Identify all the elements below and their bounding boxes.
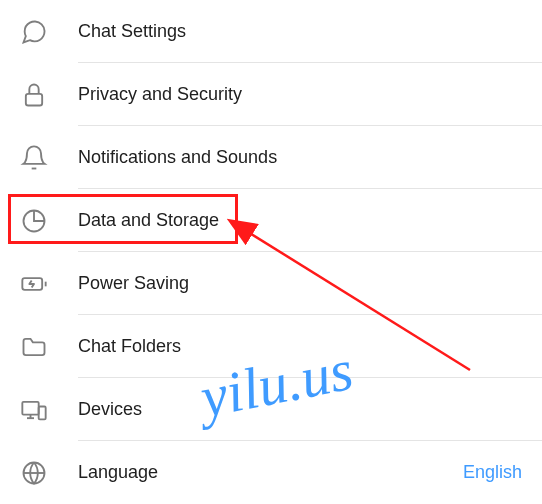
folder-icon bbox=[20, 333, 48, 361]
battery-icon bbox=[20, 270, 48, 298]
settings-item-label: Privacy and Security bbox=[78, 84, 522, 105]
settings-item-data-storage[interactable]: Data and Storage bbox=[0, 189, 542, 252]
devices-icon bbox=[20, 396, 48, 424]
settings-item-label: Chat Settings bbox=[78, 21, 522, 42]
settings-item-label: Language bbox=[78, 462, 463, 483]
settings-item-notifications[interactable]: Notifications and Sounds bbox=[0, 126, 542, 189]
settings-item-label: Chat Folders bbox=[78, 336, 522, 357]
settings-item-power-saving[interactable]: Power Saving bbox=[0, 252, 542, 315]
svg-rect-4 bbox=[22, 401, 38, 414]
globe-icon bbox=[20, 459, 48, 487]
settings-item-label: Devices bbox=[78, 399, 522, 420]
settings-item-language[interactable]: Language English bbox=[0, 441, 542, 504]
settings-item-label: Power Saving bbox=[78, 273, 522, 294]
chart-pie-icon bbox=[20, 207, 48, 235]
settings-item-chat-folders[interactable]: Chat Folders bbox=[0, 315, 542, 378]
settings-item-chat-settings[interactable]: Chat Settings bbox=[0, 0, 542, 63]
lock-icon bbox=[20, 81, 48, 109]
svg-rect-5 bbox=[39, 406, 46, 419]
settings-item-value: English bbox=[463, 462, 522, 483]
settings-item-devices[interactable]: Devices bbox=[0, 378, 542, 441]
settings-item-label: Notifications and Sounds bbox=[78, 147, 522, 168]
settings-item-privacy[interactable]: Privacy and Security bbox=[0, 63, 542, 126]
bell-icon bbox=[20, 144, 48, 172]
settings-item-label: Data and Storage bbox=[78, 210, 522, 231]
settings-list: Chat Settings Privacy and Security Notif… bbox=[0, 0, 542, 504]
chat-icon bbox=[20, 18, 48, 46]
svg-rect-0 bbox=[26, 93, 42, 105]
